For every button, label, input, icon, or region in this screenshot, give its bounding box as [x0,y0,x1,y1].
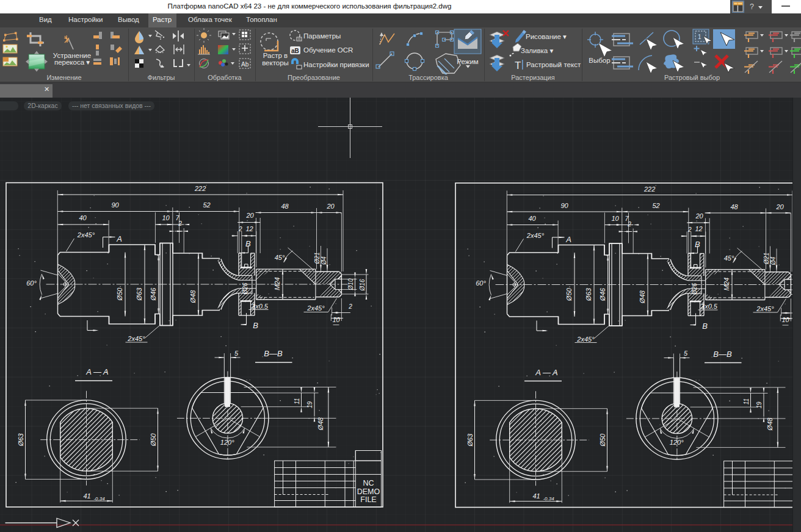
svg-text:1: 1 [698,34,701,40]
svg-text:aB: aB [291,48,299,54]
svg-text:Ab: Ab [241,61,249,68]
svg-text:?: ? [750,2,754,11]
svg-text:T: T [515,60,521,71]
